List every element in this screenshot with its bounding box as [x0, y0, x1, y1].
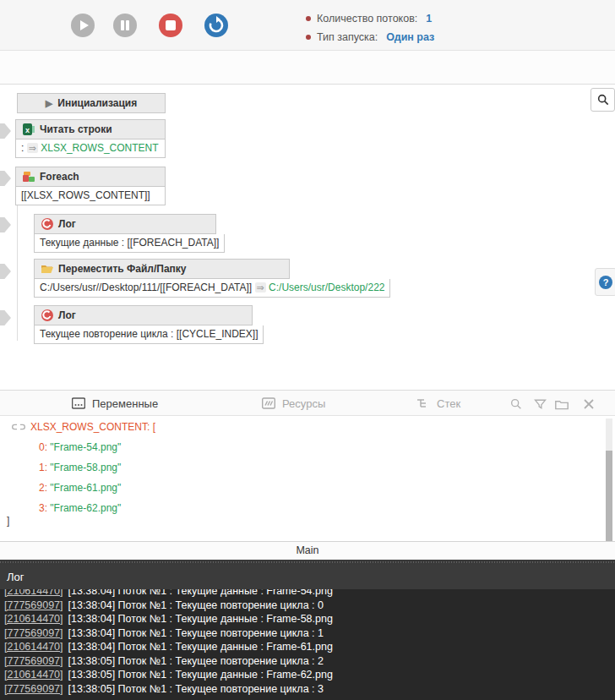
log-icon	[41, 218, 53, 230]
link-icon	[12, 423, 25, 431]
log-row: [777569097][13:38:04] Поток №1 : Текущее…	[0, 626, 615, 641]
body-prefix: :	[21, 142, 24, 154]
tab-stack[interactable]: Стек	[416, 391, 460, 416]
stack-icon	[416, 397, 430, 409]
variable-item[interactable]: 0: "Frame-54.png"	[39, 441, 121, 453]
variable-name-row[interactable]: XLSX_ROWS_CONTENT: [	[30, 421, 155, 433]
log-message[interactable]: Текущее повторение цикла : [[CYCLE_INDEX…	[40, 328, 258, 340]
log-title: Лог	[7, 571, 24, 583]
run-type-value[interactable]: Один раз	[386, 31, 434, 43]
log-id-link[interactable]: [777569097]	[4, 655, 63, 667]
connector-arrow	[0, 217, 11, 232]
help-button[interactable]: ?	[595, 268, 615, 296]
resources-icon	[262, 397, 275, 409]
variable-item[interactable]: 3: "Frame-62.png"	[39, 502, 121, 514]
filter-icon	[534, 398, 547, 411]
threads-label: Количество потоков:	[317, 13, 417, 25]
block-title: Инициализация	[57, 97, 137, 109]
item-index: 1:	[39, 462, 47, 473]
threads-value[interactable]: 1	[426, 13, 432, 25]
close-icon	[583, 398, 595, 410]
item-value: "Frame-54.png"	[50, 441, 121, 453]
item-value: "Frame-58.png"	[50, 462, 121, 473]
connector-arrow	[0, 171, 11, 186]
log-id-link[interactable]: [777569097]	[4, 627, 63, 639]
source-path[interactable]: C:/Users/usr//Desktop/111/[[FOREACH_DATA…	[40, 282, 252, 293]
svg-text:x: x	[25, 126, 30, 134]
pause-icon	[121, 20, 124, 30]
item-index: 0:	[39, 441, 47, 453]
foreach-source[interactable]: [[XLSX_ROWS_CONTENT]]	[21, 189, 150, 201]
variable-name[interactable]: XLSX_ROWS_CONTENT	[30, 421, 147, 433]
folder-icon	[41, 263, 53, 275]
tab-variables[interactable]: Переменные	[72, 391, 158, 416]
pause-button[interactable]	[113, 14, 137, 37]
block-read-rows[interactable]: x Читать строки : ⇒ XLSX_ROWS_CONTENT	[15, 119, 166, 158]
panel-search-button[interactable]	[509, 396, 524, 412]
item-index: 3:	[39, 502, 47, 514]
workflow-canvas[interactable]: ▶ Инициализация x Читать строки : ⇒ XLSX…	[0, 85, 615, 390]
question-icon: ?	[599, 276, 612, 289]
block-init[interactable]: ▶ Инициализация	[17, 93, 166, 113]
play-icon: ▶	[46, 98, 52, 109]
folder-icon	[555, 398, 569, 410]
search-icon	[596, 93, 610, 107]
block-log-data[interactable]: Лог Текущие данные : [[FOREACH_DATA]]	[34, 214, 216, 253]
run-settings: Количество потоков: 1 Тип запуска: Один …	[306, 9, 434, 46]
stop-button[interactable]	[159, 14, 182, 37]
connector-arrow	[0, 310, 11, 325]
log-row: [777569097][13:38:05] Поток №1 : Текущее…	[0, 654, 615, 669]
panel-filter-button[interactable]	[532, 396, 547, 412]
destination-path[interactable]: C:/Users/usr/Desktop/222	[269, 282, 384, 293]
rpa-studio-app: Количество потоков: 1 Тип запуска: Один …	[0, 0, 615, 700]
connector-arrow	[0, 123, 11, 139]
canvas-search-button[interactable]	[591, 88, 615, 112]
item-index: 2:	[39, 482, 47, 494]
run-button[interactable]	[71, 14, 95, 37]
log-text: [13:38:04] Поток №1 : Текущее повторение…	[68, 599, 324, 611]
play-icon	[80, 20, 89, 30]
output-variable[interactable]: XLSX_ROWS_CONTENT	[41, 142, 158, 154]
block-title: Переместить Файл/Папку	[58, 263, 187, 275]
log-id-link[interactable]: [777569097]	[4, 683, 63, 695]
log-row: [210614470][13:38:04] Поток №1 : Текущие…	[0, 640, 615, 654]
tab-label: Ресурсы	[282, 397, 325, 410]
restart-icon	[204, 14, 228, 37]
log-id-link[interactable]: [210614470]	[4, 641, 63, 653]
panel-close-button[interactable]	[581, 396, 596, 412]
log-header: Лог	[0, 565, 615, 589]
variable-item[interactable]: 2: "Frame-61.png"	[39, 482, 121, 494]
log-id-link[interactable]: [777569097]	[4, 599, 63, 611]
block-foreach[interactable]: Foreach [[XLSX_ROWS_CONTENT]]	[15, 167, 166, 205]
log-text: [13:38:04] Поток №1 : Текущие данные : F…	[68, 641, 333, 653]
edit-toolbar: ↶ ↷ ✂	[0, 51, 615, 85]
log-message[interactable]: Текущие данные : [[FOREACH_DATA]]	[40, 237, 219, 249]
log-id-link[interactable]: [210614470]	[4, 613, 63, 625]
tab-resources[interactable]: Ресурсы	[262, 391, 325, 416]
block-move-file[interactable]: Переместить Файл/Папку C:/Users/usr//Des…	[34, 259, 290, 298]
arrow-right-icon: ⇒	[255, 282, 266, 293]
log-icon	[41, 309, 53, 321]
bullet-icon	[306, 35, 311, 40]
log-id-link[interactable]: [210614470]	[4, 669, 63, 681]
panel-folder-button[interactable]	[554, 396, 569, 412]
scrollbar-thumb[interactable]	[606, 451, 612, 541]
log-id-link[interactable]: [210614470]	[4, 589, 63, 597]
arrow-right-icon: ⇒	[27, 143, 38, 153]
log-output[interactable]: [210614470][13:38:04] Поток №1 : Текущие…	[0, 589, 615, 700]
tab-main[interactable]: Main	[0, 541, 615, 560]
log-text: [13:38:04] Поток №1 : Текущие данные : F…	[68, 613, 333, 625]
block-title: Читать строки	[40, 123, 112, 135]
block-title: Лог	[58, 218, 76, 230]
block-log-cycle[interactable]: Лог Текущее повторение цикла : [[CYCLE_I…	[34, 305, 253, 344]
restart-button[interactable]	[204, 14, 228, 37]
run-type-indicator: Тип запуска: Один раз	[306, 28, 434, 46]
bullet-icon	[306, 16, 311, 21]
log-row: [777569097][13:38:04] Поток №1 : Текущее…	[0, 599, 615, 613]
close-bracket: ]	[7, 515, 9, 527]
variable-item[interactable]: 1: "Frame-58.png"	[39, 462, 121, 473]
log-text: [13:38:04] Поток №1 : Текущие данные : F…	[68, 589, 333, 597]
log-text: [13:38:05] Поток №1 : Текущие данные : F…	[68, 669, 333, 681]
tab-label: Стек	[437, 397, 460, 410]
search-icon	[509, 397, 523, 411]
